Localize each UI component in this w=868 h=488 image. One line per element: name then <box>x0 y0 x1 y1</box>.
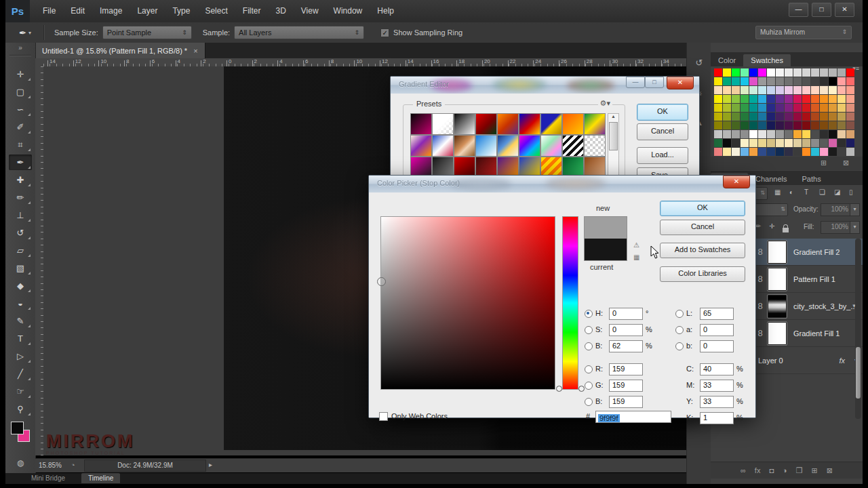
color-swatch[interactable] <box>714 95 722 103</box>
color-swatch[interactable] <box>776 139 784 147</box>
move-tool[interactable]: ✛ <box>9 66 32 82</box>
load-button[interactable]: Load... <box>637 147 688 164</box>
color-swatch[interactable] <box>846 130 854 138</box>
scrollbar-thumb[interactable] <box>856 347 861 399</box>
color-swatch[interactable] <box>785 86 793 94</box>
color-swatch[interactable] <box>829 77 837 85</box>
gradient-preset[interactable] <box>432 113 454 135</box>
gamut-warning-icon[interactable]: ⚠ <box>633 241 639 249</box>
blue-field[interactable]: 159 <box>609 396 643 408</box>
color-swatch[interactable] <box>785 113 793 121</box>
layer-thumbnail[interactable] <box>768 241 787 264</box>
layer-thumbnail[interactable] <box>768 268 787 291</box>
color-swatch[interactable] <box>811 104 819 112</box>
blue-field-radio[interactable] <box>585 398 593 406</box>
current-color-swatch[interactable] <box>585 239 627 260</box>
color-swatch[interactable] <box>732 121 740 129</box>
color-swatch[interactable] <box>741 95 749 103</box>
color-swatch[interactable] <box>776 113 784 121</box>
color-swatch[interactable] <box>802 95 810 103</box>
hue-slider[interactable] <box>562 216 578 390</box>
gradient-preset[interactable] <box>475 113 497 135</box>
color-swatch[interactable] <box>749 68 757 77</box>
color-swatch[interactable] <box>793 104 802 112</box>
color-swatch[interactable] <box>811 77 819 85</box>
dialog-maximize-icon[interactable]: □ <box>645 77 664 88</box>
color-swatch[interactable] <box>776 95 784 103</box>
color-swatch[interactable] <box>723 68 731 77</box>
gradient-preset[interactable] <box>410 113 432 135</box>
color-picker-title-bar[interactable]: Color Picker (Stop Color) ✕ <box>369 176 755 192</box>
color-swatch[interactable] <box>749 148 757 156</box>
lab-b-field[interactable]: 0 <box>700 340 734 352</box>
color-swatch[interactable] <box>767 139 775 147</box>
color-swatch[interactable] <box>829 139 837 147</box>
color-swatch[interactable] <box>802 77 810 85</box>
filter-pixel-icon[interactable]: ▦ <box>774 188 781 196</box>
color-swatch[interactable] <box>820 130 828 138</box>
color-swatch[interactable] <box>767 148 775 156</box>
color-swatch[interactable] <box>714 148 722 156</box>
color-swatch[interactable] <box>714 86 722 94</box>
color-swatch[interactable] <box>714 130 722 138</box>
adjustment-layer-icon[interactable]: ◑ <box>783 466 787 474</box>
color-swatch[interactable] <box>837 95 846 103</box>
menu-3d[interactable]: 3D <box>268 0 293 22</box>
document-size-info[interactable]: Doc: 24.9M/32.9M <box>84 460 206 472</box>
crop-tool[interactable]: ⌗ <box>9 137 32 152</box>
color-swatch[interactable] <box>820 121 828 129</box>
color-swatch[interactable] <box>829 130 837 138</box>
menu-type[interactable]: Type <box>165 0 197 22</box>
gradient-tool[interactable]: ▧ <box>9 260 32 276</box>
lock-all-icon[interactable] <box>783 228 789 232</box>
color-field-marker[interactable] <box>377 277 386 286</box>
color-swatch[interactable] <box>767 121 775 129</box>
color-swatch[interactable] <box>732 77 740 85</box>
lab-l-field[interactable]: 65 <box>700 308 734 320</box>
color-swatch[interactable] <box>758 130 766 138</box>
workspace-dropdown[interactable]: Muhiza Mirrom⇕ <box>755 26 852 39</box>
color-swatch[interactable] <box>820 113 828 121</box>
layers-scrollbar[interactable] <box>855 239 861 419</box>
filter-type-icon[interactable]: T <box>804 188 808 196</box>
gradient-preset[interactable] <box>540 113 562 135</box>
saturation-field[interactable]: 0 <box>609 324 643 336</box>
color-swatch[interactable] <box>749 113 757 121</box>
eyedropper-icon[interactable]: ✒ <box>19 28 26 38</box>
color-swatch[interactable] <box>776 104 784 112</box>
menu-window[interactable]: Window <box>326 0 370 22</box>
layer-thumbnail[interactable] <box>768 295 787 318</box>
color-swatch[interactable] <box>732 68 740 77</box>
foreground-color-swatch[interactable] <box>11 422 24 434</box>
brightness-field[interactable]: 62 <box>609 340 643 352</box>
color-swatch[interactable] <box>829 86 837 94</box>
opacity-caret-icon[interactable]: ▾ <box>850 203 860 216</box>
color-swatch[interactable] <box>811 130 819 138</box>
color-libraries-button[interactable]: Color Libraries <box>660 266 745 282</box>
blur-tool[interactable]: ◆ <box>9 278 32 293</box>
document-tab[interactable]: Untitled-1 @ 15.8% (Pattern Fill 1, RGB/… <box>35 43 205 58</box>
color-swatch[interactable] <box>741 104 749 112</box>
saturation-brightness-field[interactable] <box>380 216 555 390</box>
color-swatch[interactable] <box>776 148 784 156</box>
color-swatch[interactable] <box>829 95 837 103</box>
tab-timeline[interactable]: Timeline <box>81 473 120 483</box>
gradient-preset[interactable] <box>519 113 540 135</box>
hue-field[interactable]: 0 <box>609 308 643 320</box>
color-swatch[interactable] <box>749 95 757 103</box>
collapse-panel-icon[interactable]: » <box>5 44 35 52</box>
color-swatch[interactable] <box>714 68 722 77</box>
color-swatch[interactable] <box>723 130 731 138</box>
color-swatch[interactable] <box>820 104 828 112</box>
history-brush-tool[interactable]: ↺ <box>9 225 32 241</box>
clone-stamp-tool[interactable]: ⊥ <box>9 207 32 223</box>
dialog-close-icon[interactable]: ✕ <box>667 77 694 89</box>
color-swatch[interactable] <box>749 121 757 129</box>
hand-tool[interactable]: ☞ <box>9 384 32 399</box>
color-swatch[interactable] <box>741 130 749 138</box>
marquee-tool[interactable]: ▢ <box>9 84 32 100</box>
color-swatch[interactable] <box>837 113 846 121</box>
magenta-field[interactable]: 33 <box>700 380 734 392</box>
color-swatch[interactable] <box>758 68 766 77</box>
color-swatch[interactable] <box>758 104 766 112</box>
